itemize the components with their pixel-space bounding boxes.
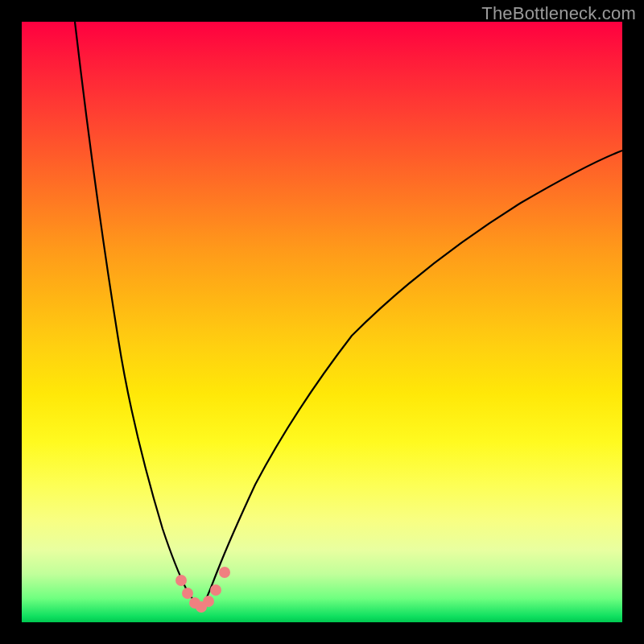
valley-marker bbox=[219, 567, 230, 578]
valley-marker bbox=[203, 596, 214, 607]
valley-markers bbox=[175, 567, 230, 613]
plot-area bbox=[22, 22, 622, 622]
curve-layer bbox=[22, 22, 622, 622]
valley-marker bbox=[182, 588, 193, 599]
valley-marker bbox=[175, 575, 187, 586]
bottleneck-curve bbox=[75, 22, 622, 606]
chart-frame: TheBottleneck.com bbox=[0, 0, 644, 644]
valley-marker bbox=[210, 584, 221, 596]
watermark-text: TheBottleneck.com bbox=[481, 3, 636, 24]
